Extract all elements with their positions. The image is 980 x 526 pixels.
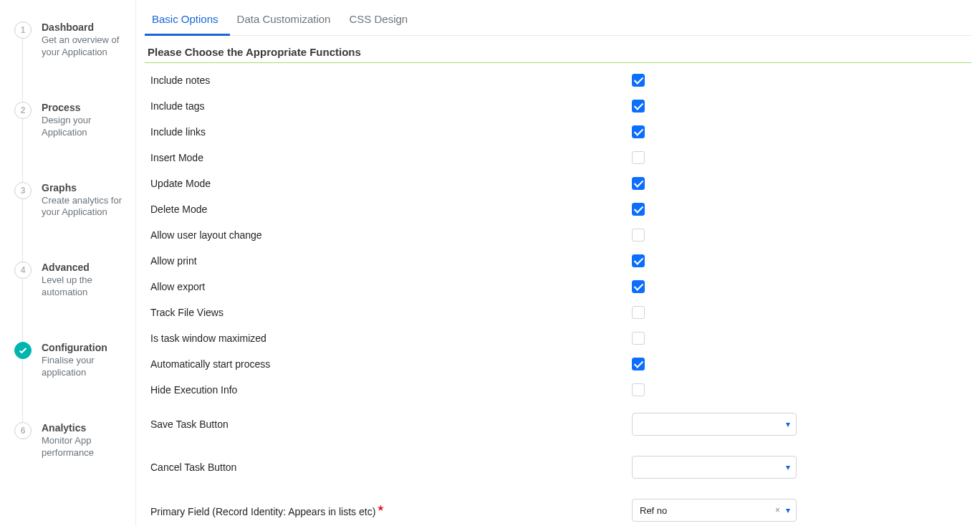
wizard-step-graphs[interactable]: 3GraphsCreate analytics for your Applica… — [14, 182, 128, 262]
option-row: Hide Execution Info — [145, 377, 971, 403]
option-row: Is task window maximized — [145, 325, 971, 351]
checkbox-insert-mode[interactable] — [632, 151, 645, 164]
step-number-badge: 2 — [14, 102, 32, 119]
checkbox-include-links[interactable] — [632, 125, 645, 138]
option-row: Update Mode — [145, 171, 971, 196]
tab-bar: Basic OptionsData CustomizationCSS Desig… — [145, 6, 971, 36]
step-title: Advanced — [42, 262, 128, 273]
step-connector — [22, 119, 23, 182]
option-label: Save Task Button — [145, 419, 632, 430]
option-label: Track File Views — [145, 307, 632, 318]
step-title: Process — [42, 102, 128, 113]
step-description: Monitor App performance — [42, 435, 128, 459]
step-description: Level up the automation — [42, 274, 128, 299]
step-title: Configuration — [42, 342, 128, 353]
step-description: Create analytics for your Application — [42, 195, 128, 219]
tab-data-customization[interactable]: Data Customization — [230, 6, 342, 36]
select-primary-field[interactable]: Ref no×▾ — [632, 499, 797, 522]
select-value: Ref no — [640, 505, 774, 516]
option-row: Include links — [145, 119, 971, 145]
step-title: Analytics — [42, 422, 128, 434]
step-connector — [22, 199, 23, 262]
step-title: Dashboard — [42, 21, 128, 33]
option-label: Include tags — [145, 100, 632, 112]
checkbox-allow-export[interactable] — [632, 280, 645, 293]
step-connector — [22, 279, 23, 342]
step-connector — [22, 39, 23, 102]
checkbox-track-file-views[interactable] — [632, 306, 645, 319]
clear-icon[interactable]: × — [775, 505, 780, 515]
section-title: Please Choose the Appropriate Functions — [145, 36, 971, 63]
option-label: Delete Mode — [145, 204, 632, 215]
option-label: Allow export — [145, 281, 632, 292]
option-row: Allow print — [145, 248, 971, 274]
checkbox-allow-user-layout-change[interactable] — [632, 229, 645, 242]
option-label: Update Mode — [145, 178, 632, 189]
step-number-badge: 3 — [14, 182, 32, 199]
option-row: Save Task Button▾ — [145, 403, 971, 446]
option-row: Automatically start process — [145, 351, 971, 377]
chevron-down-icon: ▾ — [786, 419, 790, 429]
step-description: Design your Application — [42, 115, 128, 139]
checkbox-include-notes[interactable] — [632, 74, 645, 87]
option-row: Track File Views — [145, 300, 971, 325]
step-description: Finalise your application — [42, 355, 128, 379]
checkbox-update-mode[interactable] — [632, 177, 645, 190]
select-cancel-task-button[interactable]: ▾ — [632, 456, 797, 479]
option-row: Primary Field (Record Identity: Appears … — [145, 489, 971, 526]
select-save-task-button[interactable]: ▾ — [632, 413, 797, 436]
option-row: Insert Mode — [145, 145, 971, 171]
option-label: Primary Field (Record Identity: Appears … — [145, 503, 632, 517]
option-label: Include links — [145, 126, 632, 138]
option-label: Include notes — [145, 75, 632, 86]
checkbox-is-task-window-maximized[interactable] — [632, 332, 645, 345]
option-label: Cancel Task Button — [145, 462, 632, 473]
option-label: Insert Mode — [145, 152, 632, 163]
tab-css-design[interactable]: CSS Design — [342, 6, 419, 36]
step-number-badge: 4 — [14, 262, 32, 279]
step-number-badge: 6 — [14, 422, 32, 439]
step-connector — [22, 359, 23, 422]
option-label: Hide Execution Info — [145, 384, 632, 396]
option-label: Automatically start process — [145, 358, 632, 370]
option-row: Allow user layout change — [145, 222, 971, 248]
main-panel: Basic OptionsData CustomizationCSS Desig… — [136, 0, 980, 526]
option-row: Include tags — [145, 93, 971, 119]
wizard-step-advanced[interactable]: 4AdvancedLevel up the automation — [14, 262, 128, 342]
required-star-icon: ★ — [377, 503, 385, 513]
checkbox-automatically-start-process[interactable] — [632, 358, 645, 370]
checkbox-allow-print[interactable] — [632, 254, 645, 267]
checkbox-delete-mode[interactable] — [632, 203, 645, 216]
option-label: Allow user layout change — [145, 229, 632, 241]
wizard-step-analytics[interactable]: 6AnalyticsMonitor App performance — [14, 422, 128, 459]
step-title: Graphs — [42, 182, 128, 193]
chevron-down-icon: ▾ — [786, 505, 790, 515]
option-row: Allow export — [145, 274, 971, 300]
wizard-step-dashboard[interactable]: 1DashboardGet an overview of your Applic… — [14, 21, 128, 102]
step-number-badge: 1 — [14, 21, 32, 39]
option-label: Is task window maximized — [145, 333, 632, 344]
wizard-step-configuration[interactable]: ConfigurationFinalise your application — [14, 342, 128, 422]
option-row: Include notes — [145, 67, 971, 93]
option-row: Cancel Task Button▾ — [145, 446, 971, 489]
option-row: Delete Mode — [145, 196, 971, 222]
wizard-sidebar: 1DashboardGet an overview of your Applic… — [0, 0, 136, 526]
checkbox-include-tags[interactable] — [632, 100, 645, 113]
option-label: Allow print — [145, 255, 632, 267]
wizard-step-process[interactable]: 2ProcessDesign your Application — [14, 102, 128, 182]
options-form: Include notesInclude tagsInclude linksIn… — [145, 63, 971, 526]
check-icon — [14, 342, 32, 359]
checkbox-hide-execution-info[interactable] — [632, 383, 645, 396]
tab-basic-options[interactable]: Basic Options — [145, 6, 230, 36]
chevron-down-icon: ▾ — [786, 462, 790, 472]
step-description: Get an overview of your Application — [42, 34, 128, 59]
